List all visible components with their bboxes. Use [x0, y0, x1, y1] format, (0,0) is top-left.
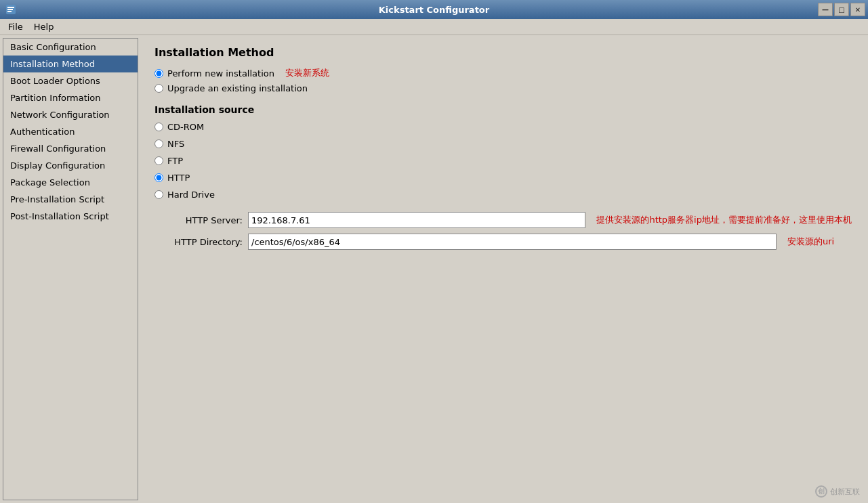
label-ftp: FTP — [167, 156, 183, 166]
sidebar-item-basic-configuration[interactable]: Basic Configuration — [3, 39, 138, 56]
http-directory-label: HTTP Directory: — [154, 237, 243, 247]
svg-rect-3 — [7, 11, 12, 12]
menu-file[interactable]: File — [3, 20, 28, 33]
radio-group-upgrade-installation: Upgrade an existing installation — [154, 83, 852, 93]
close-button[interactable]: ✕ — [850, 3, 865, 16]
http-directory-row: HTTP Directory: 安装源的uri — [154, 234, 852, 250]
titlebar: Kickstart Configurator — □ ✕ — [0, 0, 868, 19]
radio-nfs[interactable] — [154, 139, 163, 148]
content-area: Installation Method Perform new installa… — [141, 38, 865, 500]
svg-rect-1 — [7, 7, 14, 8]
radio-group-harddrive: Hard Drive — [154, 190, 852, 200]
radio-upgrade-installation[interactable] — [154, 84, 163, 93]
sidebar-item-network-configuration[interactable]: Network Configuration — [3, 106, 138, 123]
sidebar-item-pre-installation-script[interactable]: Pre-Installation Script — [3, 191, 138, 208]
http-fields: HTTP Server: 提供安装源的http服务器ip地址，需要提前准备好，这… — [154, 212, 852, 250]
sidebar-item-package-selection[interactable]: Package Selection — [3, 174, 138, 191]
http-server-label: HTTP Server: — [154, 215, 243, 225]
watermark-text: 创新互联 — [830, 487, 860, 497]
http-directory-input[interactable] — [248, 234, 777, 250]
app-icon — [5, 4, 16, 15]
sidebar-item-display-configuration[interactable]: Display Configuration — [3, 157, 138, 174]
window-controls: — □ ✕ — [818, 3, 865, 16]
sidebar-item-authentication[interactable]: Authentication — [3, 123, 138, 140]
watermark-icon: 创 — [815, 485, 827, 498]
label-harddrive: Hard Drive — [167, 190, 215, 200]
svg-rect-2 — [7, 9, 13, 10]
http-directory-annotation: 安装源的uri — [787, 236, 834, 248]
label-new-installation: Perform new installation — [167, 68, 274, 79]
radio-group-http: HTTP — [154, 173, 852, 183]
label-upgrade-installation: Upgrade an existing installation — [167, 83, 308, 93]
label-cdrom: CD-ROM — [167, 122, 204, 132]
radio-group-cdrom: CD-ROM — [154, 122, 852, 132]
annotation-new-installation: 安装新系统 — [285, 67, 329, 79]
menubar: File Help — [0, 19, 868, 35]
radio-ftp[interactable] — [154, 156, 163, 165]
radio-cdrom[interactable] — [154, 123, 163, 131]
watermark: 创 创新互联 — [815, 485, 860, 498]
restore-button[interactable]: □ — [834, 3, 849, 16]
http-server-row: HTTP Server: 提供安装源的http服务器ip地址，需要提前准备好，这… — [154, 212, 852, 228]
source-section: Installation source CD-ROM NFS FTP HTTP — [154, 104, 852, 250]
radio-http[interactable] — [154, 173, 163, 182]
radio-group-ftp: FTP — [154, 156, 852, 166]
minimize-button[interactable]: — — [818, 3, 833, 16]
radio-group-nfs: NFS — [154, 139, 852, 149]
radio-new-installation[interactable] — [154, 69, 163, 78]
source-section-title: Installation source — [154, 104, 852, 115]
sidebar-item-partition-information[interactable]: Partition Information — [3, 89, 138, 106]
main-container: Basic Configuration Installation Method … — [0, 35, 868, 503]
section-title: Installation Method — [154, 46, 852, 59]
radio-harddrive[interactable] — [154, 190, 163, 199]
window-title: Kickstart Configurator — [379, 5, 489, 15]
sidebar-item-firewall-configuration[interactable]: Firewall Configuration — [3, 140, 138, 157]
http-server-annotation: 提供安装源的http服务器ip地址，需要提前准备好，这里使用本机 — [596, 214, 852, 226]
sidebar-item-boot-loader-options[interactable]: Boot Loader Options — [3, 72, 138, 89]
menu-help[interactable]: Help — [28, 20, 60, 33]
radio-sources-group: CD-ROM NFS FTP HTTP Hard Drive — [154, 122, 852, 204]
http-server-input[interactable] — [248, 212, 585, 228]
sidebar-item-installation-method[interactable]: Installation Method — [3, 56, 138, 72]
sidebar: Basic Configuration Installation Method … — [3, 38, 138, 500]
label-http: HTTP — [167, 173, 190, 183]
label-nfs: NFS — [167, 139, 184, 149]
sidebar-item-post-installation-script[interactable]: Post-Installation Script — [3, 208, 138, 225]
radio-group-new-installation: Perform new installation 安装新系统 — [154, 67, 852, 79]
